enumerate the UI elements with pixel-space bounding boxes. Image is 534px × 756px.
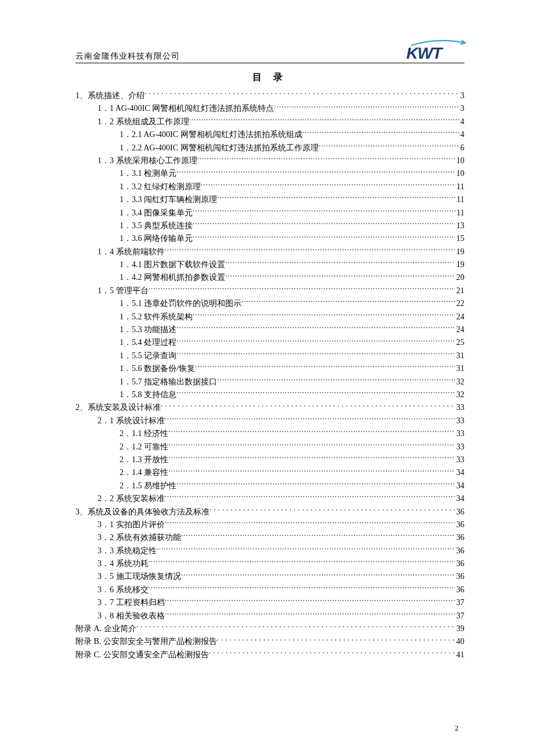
toc-leader-dots — [168, 467, 455, 475]
toc-entry-page: 24 — [455, 323, 464, 336]
toc-entry-label: 1．5.8 支持信息 — [120, 388, 176, 401]
toc-entry[interactable]: 1．5.6 数据备份/恢复31 — [120, 362, 464, 375]
toc-entry[interactable]: 1．3.2 红绿灯检测原理11 — [120, 181, 464, 193]
toc-entry[interactable]: 附录 A. 企业简介39 — [75, 622, 464, 635]
toc-entry-label: 2．1.3 开放性 — [120, 453, 168, 466]
toc-entry-label: 3．6 系统移交 — [98, 584, 149, 596]
toc-entry[interactable]: 1．1 AG-400IC 网警相机闯红灯违法抓拍系统特点3 — [98, 102, 464, 115]
toc-entry[interactable]: 2、系统安装及设计标准33 — [75, 401, 464, 414]
toc-leader-dots — [165, 519, 456, 527]
toc-leader-dots — [157, 545, 456, 553]
toc-entry[interactable]: 2．1.4 兼容性34 — [120, 466, 464, 479]
toc-entry[interactable]: 1．2 系统组成及工作原理4 — [98, 116, 464, 128]
toc-entry-label: 1．2 系统组成及工作原理 — [98, 116, 189, 128]
toc-entry[interactable]: 1．5.7 指定格输出数据接口32 — [120, 376, 464, 388]
toc-entry[interactable]: 1．3.3 闯红灯车辆检测原理11 — [120, 193, 464, 206]
toc-entry[interactable]: 3．5 施工现场恢复情况36 — [98, 570, 464, 583]
toc-entry-label: 附录 C. 公安部交通安全产品检测报告 — [75, 649, 209, 661]
toc-title: 目 录 — [75, 71, 464, 84]
toc-leader-dots — [302, 129, 459, 137]
toc-entry-label: 1．5 管理平台 — [98, 285, 149, 297]
toc-entry-label: 2．1.5 易维护性 — [120, 480, 176, 492]
toc-entry[interactable]: 2．1.1 经济性33 — [120, 427, 464, 440]
toc-leader-dots — [319, 142, 459, 150]
toc-entry[interactable]: 3．2 系统有效捕获功能36 — [98, 531, 464, 544]
toc-entry-label: 1．5.5 记录查询 — [120, 350, 176, 362]
toc-entry[interactable]: 1．5 管理平台21 — [98, 285, 464, 297]
toc-entry-page: 6 — [459, 142, 464, 154]
toc-entry-page: 33 — [455, 401, 464, 414]
toc-entry-page: 33 — [455, 415, 464, 427]
toc-entry-page: 11 — [456, 181, 464, 193]
toc-entry-label: 3．4 系统功耗 — [98, 557, 149, 570]
toc-leader-dots — [176, 168, 455, 176]
toc-entry-page: 3 — [459, 89, 464, 102]
toc-entry[interactable]: 1．5.5 记录查询31 — [120, 350, 464, 362]
toc-entry-page: 41 — [455, 649, 464, 661]
toc-entry-page: 34 — [455, 492, 464, 505]
toc-leader-dots — [189, 116, 460, 124]
toc-entry-label: 1．4.1 图片数据下载软件设置 — [120, 258, 225, 271]
toc-entry[interactable]: 1、系统描述、介绍3 — [75, 89, 464, 102]
toc-entry-page: 15 — [455, 232, 464, 245]
toc-entry[interactable]: 2．1.2 可靠性33 — [120, 441, 464, 453]
toc-entry[interactable]: 3．7 工程资料归档37 — [98, 596, 464, 609]
toc-entry[interactable]: 2．2 系统安装标准34 — [98, 492, 464, 505]
toc-entry[interactable]: 1．4.2 网警相机抓拍参数设置20 — [120, 271, 464, 284]
toc-entry[interactable]: 1．2.1 AG-400IC 网警相机闯红灯违法抓拍系统组成4 — [120, 128, 464, 141]
toc-entry-label: 3．7 工程资料归档 — [98, 596, 165, 609]
toc-entry[interactable]: 附录 B. 公安部安全与警用产品检测报告40 — [75, 635, 464, 648]
toc-entry-page: 32 — [455, 376, 464, 388]
page-header: 云南金隆伟业科技有限公司 KWT — [75, 41, 464, 63]
toc-leader-dots — [176, 480, 455, 488]
toc-leader-dots — [176, 350, 455, 358]
toc-leader-dots — [225, 272, 455, 280]
toc-entry[interactable]: 3．4 系统功耗36 — [98, 557, 464, 570]
toc-entry[interactable]: 1．3.4 图像采集单元11 — [120, 207, 464, 219]
toc-entry[interactable]: 1．3.6 网络传输单元15 — [120, 232, 464, 245]
toc-entry[interactable]: 1．3 系统采用核心工作原理10 — [98, 154, 464, 167]
toc-entry-page: 19 — [455, 246, 464, 258]
toc-entry[interactable]: 1．4.1 图片数据下载软件设置19 — [120, 258, 464, 271]
toc-entry-page: 36 — [455, 557, 464, 570]
company-logo: KWT — [406, 41, 464, 62]
toc-entry[interactable]: 1．4 系统前端软件19 — [98, 246, 464, 258]
toc-entry[interactable]: 2．1 系统设计标准33 — [98, 415, 464, 427]
toc-entry[interactable]: 1．5.2 软件系统架构24 — [120, 311, 464, 323]
toc-leader-dots — [168, 454, 455, 462]
toc-entry[interactable]: 3．1 实拍图片评价36 — [98, 519, 464, 531]
toc-leader-dots — [195, 363, 455, 371]
toc-entry-label: 1．3.6 网络传输单元 — [120, 232, 193, 245]
toc-entry[interactable]: 附录 C. 公安部交通安全产品检测报告41 — [75, 649, 464, 661]
toc-entry[interactable]: 1．2.2 AG-400IC 网警相机闯红灯违法抓拍系统工作原理6 — [120, 142, 464, 154]
toc-leader-dots — [193, 311, 455, 319]
toc-entry[interactable]: 1．5.4 处理过程25 — [120, 336, 464, 349]
toc-entry[interactable]: 3．8 相关验收表格37 — [98, 610, 464, 622]
toc-leader-dots — [193, 207, 456, 215]
toc-leader-dots — [217, 194, 456, 202]
toc-entry-page: 36 — [455, 531, 464, 544]
toc-leader-dots — [149, 558, 456, 566]
toc-entry[interactable]: 1．5.3 功能描述24 — [120, 323, 464, 336]
toc-leader-dots — [210, 506, 455, 514]
toc-entry-page: 34 — [455, 466, 464, 479]
toc-entry[interactable]: 1．5.8 支持信息32 — [120, 388, 464, 401]
toc-entry-label: 2、系统安装及设计标准 — [75, 401, 161, 414]
toc-entry[interactable]: 2．1.3 开放性33 — [120, 453, 464, 466]
toc-entry[interactable]: 3．3 系统稳定性36 — [98, 545, 464, 557]
toc-entry-label: 1．5.6 数据备份/恢复 — [120, 362, 195, 375]
toc-entry-page: 34 — [455, 480, 464, 492]
toc-entry-label: 1．2.1 AG-400IC 网警相机闯红灯违法抓拍系统组成 — [120, 128, 302, 141]
toc-entry-label: 3．1 实拍图片评价 — [98, 519, 165, 531]
toc-entry[interactable]: 2．1.5 易维护性34 — [120, 480, 464, 492]
toc-leader-dots — [217, 376, 455, 384]
toc-entry-page: 31 — [455, 362, 464, 375]
toc-entry[interactable]: 1．5.1 违章处罚软件的说明和图示22 — [120, 297, 464, 310]
toc-entry[interactable]: 3、系统及设备的具体验收方法及标准36 — [75, 506, 464, 519]
toc-entry-label: 2．1.1 经济性 — [120, 427, 168, 440]
toc-entry[interactable]: 1．3.5 典型系统连接13 — [120, 219, 464, 232]
page-number: 2 — [455, 723, 459, 733]
toc-entry[interactable]: 1．3.1 检测单元10 — [120, 167, 464, 180]
toc-leader-dots — [165, 415, 456, 423]
toc-entry[interactable]: 3．6 系统移交36 — [98, 584, 464, 596]
